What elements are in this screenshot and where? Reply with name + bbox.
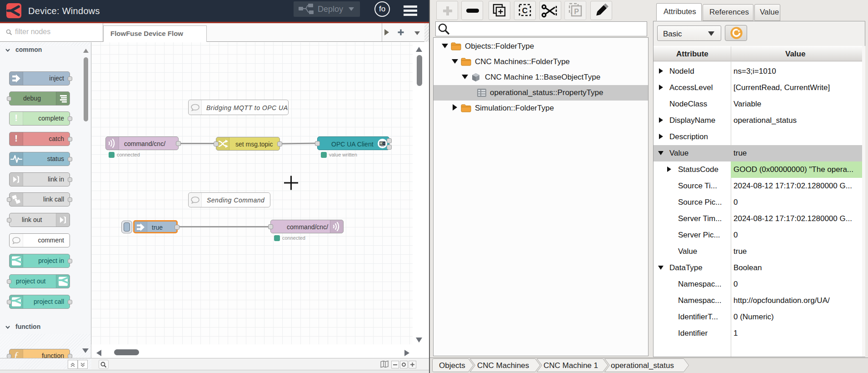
svg-text:Objects: Objects	[439, 361, 465, 370]
svg-text:operational_status: operational_status	[611, 361, 674, 370]
svg-text:P: P	[574, 8, 579, 15]
svg-text:CNC Machine 1: CNC Machine 1	[544, 361, 598, 370]
svg-text:C: C	[522, 6, 528, 15]
svg-text:CNC Machines: CNC Machines	[477, 361, 529, 370]
